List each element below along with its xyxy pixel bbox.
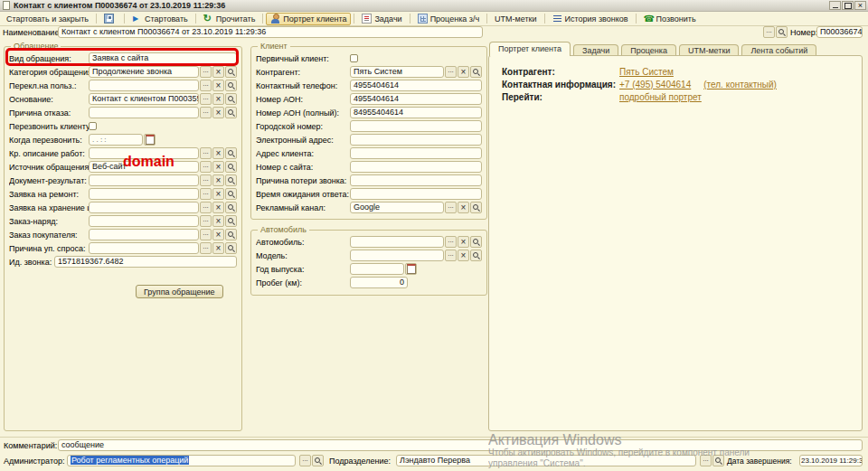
clear-button[interactable] (212, 161, 224, 173)
department-search-button[interactable] (712, 455, 724, 466)
clear-button[interactable] (212, 66, 224, 78)
end-date-input[interactable]: 23.10.2019 11:29:32 (799, 455, 863, 466)
toolbar-button-4[interactable]: Портрет клиента (266, 13, 351, 25)
text-input[interactable] (350, 134, 482, 146)
calendar-button[interactable] (405, 263, 417, 275)
ellipsis-button[interactable] (200, 229, 212, 240)
toolbar-button-9[interactable]: Позвонить (639, 13, 701, 25)
ellipsis-button[interactable] (200, 174, 212, 186)
text-input[interactable]: Продолжение звонка (89, 66, 199, 78)
search-button[interactable] (225, 66, 237, 78)
search-button[interactable] (225, 80, 237, 91)
search-button[interactable] (470, 202, 482, 213)
comment-input[interactable]: сообщение (58, 439, 863, 451)
clear-button[interactable] (212, 174, 224, 186)
search-button[interactable] (225, 229, 237, 240)
name-input[interactable]: Контакт с клиентом П00036674 от 23.10.20… (58, 26, 483, 38)
search-button[interactable] (470, 66, 482, 78)
ellipsis-button[interactable] (200, 147, 212, 159)
portrait-link[interactable]: (тел. контактный) (703, 80, 777, 89)
text-input[interactable]: Google (350, 202, 444, 213)
clear-button[interactable] (458, 66, 469, 78)
text-input[interactable] (89, 215, 199, 227)
text-input[interactable] (350, 147, 482, 159)
date-input[interactable] (350, 263, 404, 275)
portrait-link[interactable]: подробный портрет (619, 92, 702, 102)
search-button[interactable] (225, 93, 237, 105)
ellipsis-button[interactable] (445, 202, 457, 213)
ellipsis-button[interactable] (200, 242, 212, 254)
number-search-button[interactable] (776, 26, 788, 38)
search-button[interactable] (225, 174, 237, 186)
calendar-button[interactable] (144, 134, 156, 146)
portrait-link[interactable]: Пять Систем (619, 67, 674, 77)
text-input[interactable] (89, 174, 199, 186)
text-input[interactable]: 84955404614 (350, 107, 482, 118)
search-button[interactable] (225, 161, 237, 173)
toolbar-button-8[interactable]: История звонков (548, 13, 633, 25)
ellipsis-button[interactable] (445, 236, 457, 248)
administrator-search-button[interactable] (312, 455, 324, 466)
administrator-ellipsis-button[interactable] (299, 455, 311, 466)
ellipsis-button[interactable] (445, 66, 457, 78)
toolbar-button-2[interactable]: Стартовать (127, 13, 193, 25)
search-button[interactable] (470, 250, 482, 261)
search-button[interactable] (225, 147, 237, 159)
text-input[interactable] (350, 236, 444, 248)
search-button[interactable] (225, 202, 237, 213)
text-input[interactable]: Пять Систем (350, 66, 444, 78)
checkbox[interactable] (350, 54, 358, 62)
text-input[interactable] (89, 188, 199, 200)
checkbox[interactable] (89, 122, 97, 130)
clear-button[interactable] (212, 93, 224, 105)
ellipsis-button[interactable] (200, 93, 212, 105)
text-input[interactable] (350, 161, 482, 173)
clear-button[interactable] (212, 107, 224, 118)
search-button[interactable] (225, 107, 237, 118)
number-ellipsis-button[interactable] (763, 26, 775, 38)
number-input[interactable]: 0 (350, 277, 408, 288)
toolbar-button-3[interactable]: Прочитать (199, 13, 260, 25)
text-input[interactable]: Контакт с клиентом П00035574 от 30.09.20… (89, 93, 199, 105)
portrait-link[interactable]: +7 (495) 5404614 (619, 80, 691, 89)
ellipsis-button[interactable] (200, 80, 212, 91)
clear-button[interactable] (212, 202, 224, 213)
date-input[interactable]: . . : : (89, 134, 143, 146)
toolbar-button-6[interactable]: Проценка з/ч (413, 13, 484, 25)
clear-button[interactable] (212, 242, 224, 254)
clear-button[interactable] (212, 229, 224, 240)
number-input[interactable]: П00036674 (816, 26, 863, 38)
group-obrashchenie-button[interactable]: Группа обращение (136, 285, 223, 298)
clear-button[interactable] (212, 80, 224, 91)
text-input[interactable] (350, 250, 444, 261)
text-input[interactable]: Веб-сайт (89, 161, 199, 173)
clear-button[interactable] (458, 202, 469, 213)
clear-button[interactable] (212, 215, 224, 227)
department-ellipsis-button[interactable] (700, 455, 712, 466)
clear-button[interactable] (458, 236, 469, 248)
toolbar-button-0[interactable]: Стартовать и закрыть (2, 13, 93, 25)
restore-button[interactable] (842, 1, 854, 10)
ellipsis-button[interactable] (445, 250, 457, 261)
text-input[interactable] (350, 120, 482, 132)
ellipsis-button[interactable] (200, 202, 212, 213)
text-input[interactable]: 4955404614 (350, 80, 482, 91)
text-input[interactable] (89, 202, 199, 213)
text-input[interactable] (89, 147, 199, 159)
search-button[interactable] (470, 236, 482, 248)
text-input[interactable]: 4955404614 (350, 93, 482, 105)
ellipsis-button[interactable] (200, 188, 212, 200)
ellipsis-button[interactable] (200, 107, 212, 118)
search-button[interactable] (225, 215, 237, 227)
text-input[interactable] (89, 80, 199, 91)
clear-button[interactable] (458, 250, 469, 261)
search-button[interactable] (225, 188, 237, 200)
text-input[interactable] (89, 107, 199, 118)
toolbar-button-7[interactable]: UTM-метки (490, 13, 541, 25)
department-input[interactable]: Лэндавто Перерва (396, 455, 696, 466)
ellipsis-button[interactable] (200, 66, 212, 78)
ellipsis-button[interactable] (200, 161, 212, 173)
text-input[interactable] (89, 229, 199, 240)
text-input[interactable] (350, 188, 482, 200)
clear-button[interactable] (212, 147, 224, 159)
